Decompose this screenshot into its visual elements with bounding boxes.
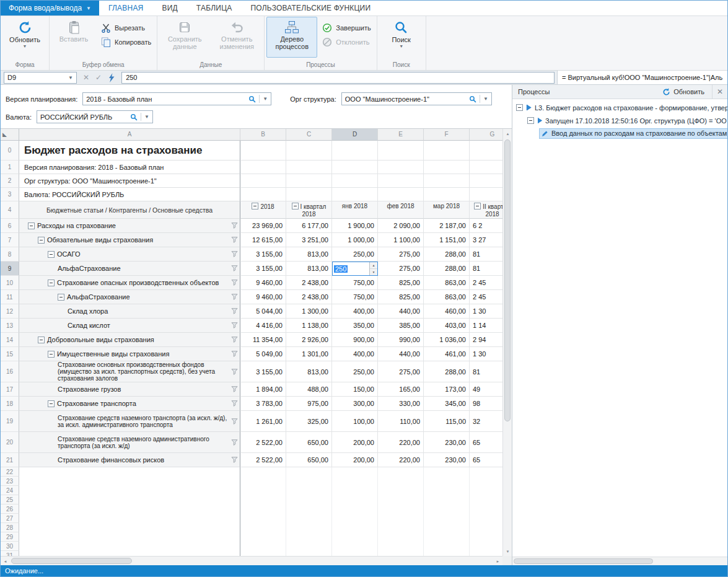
chevron-down-icon[interactable]: ▼	[144, 114, 149, 120]
grid-cell[interactable]	[332, 486, 378, 495]
grid-cell[interactable]	[470, 477, 502, 486]
collapse-toggle[interactable]	[527, 117, 534, 124]
grid-cell[interactable]	[470, 486, 502, 495]
row-number[interactable]: 10	[1, 276, 19, 290]
grid-cell[interactable]: 3 27	[470, 233, 502, 247]
grid-cell[interactable]: 4 416,00	[240, 319, 286, 333]
row-number[interactable]: 20	[1, 432, 19, 453]
grid-cell[interactable]: 9 460,00	[240, 276, 286, 290]
scroll-right-icon[interactable]: ►	[493, 557, 502, 565]
process-tree-item-selected[interactable]: Ввод данных по расходам на страхование п…	[512, 127, 727, 140]
grid-cell[interactable]: 3 155,00	[240, 262, 286, 276]
grid-cell[interactable]: 400,00	[332, 304, 378, 319]
grid-cell[interactable]	[286, 467, 332, 477]
grid-cell[interactable]: 325,00	[286, 411, 332, 432]
grid-cell[interactable]	[378, 532, 424, 542]
row-number[interactable]: 7	[1, 233, 19, 247]
grid-cell[interactable]: 65	[470, 432, 502, 453]
grid-cell[interactable]	[470, 141, 502, 161]
grid-cell[interactable]	[332, 467, 378, 477]
grid-cell[interactable]	[19, 467, 240, 477]
row-number[interactable]: 2	[1, 174, 19, 188]
grid-cell[interactable]: 2 94	[470, 333, 502, 347]
spin-down-icon[interactable]: ▼	[370, 269, 377, 275]
grid-cell[interactable]	[240, 504, 286, 514]
grid-cell[interactable]: 110,00	[378, 411, 424, 432]
grid-cell[interactable]	[286, 477, 332, 486]
grid-cell[interactable]	[240, 467, 286, 477]
row-number[interactable]: 15	[1, 347, 19, 361]
grid-cell[interactable]: 440,00	[378, 304, 424, 319]
grid-cell[interactable]: 403,00	[424, 319, 470, 333]
grid-cell[interactable]: 49	[470, 382, 502, 397]
grid-cell[interactable]	[240, 495, 286, 504]
processes-refresh-button[interactable]: Обновить	[655, 88, 712, 96]
spinner-control[interactable]: ▲▼	[369, 262, 377, 275]
grid-cell[interactable]: 32	[470, 411, 502, 432]
grid-cell[interactable]	[470, 495, 502, 504]
grid-cell[interactable]: 98	[470, 397, 502, 411]
grid-cell[interactable]: 2 522,00	[240, 432, 286, 453]
grid-cell[interactable]: 330,00	[378, 397, 424, 411]
grid-cell[interactable]: 11 354,00	[240, 333, 286, 347]
row-number[interactable]: 3	[1, 188, 19, 201]
grid-cell[interactable]	[424, 551, 470, 556]
grid-cell[interactable]	[19, 486, 240, 495]
grid-cell[interactable]: 1 30	[470, 347, 502, 361]
grid-cell[interactable]	[332, 188, 378, 201]
grid-cell[interactable]	[424, 514, 470, 523]
grid-cell[interactable]	[286, 174, 332, 188]
grid-cell[interactable]: 825,00	[378, 276, 424, 290]
lightning-icon[interactable]	[108, 73, 115, 82]
row-number[interactable]: 6	[1, 219, 19, 233]
grid-cell[interactable]: Имущественные виды страхования	[19, 347, 240, 361]
grid-cell[interactable]	[378, 141, 424, 161]
grid-cell[interactable]	[470, 523, 502, 532]
chevron-down-icon[interactable]: ▼	[68, 75, 73, 81]
grid-cell[interactable]	[240, 174, 286, 188]
filter-funnel-icon[interactable]	[231, 369, 238, 375]
grid-cell[interactable]	[378, 174, 424, 188]
grid-cell[interactable]	[424, 486, 470, 495]
grid-cell[interactable]: 1 036,00	[424, 333, 470, 347]
active-edit-cell[interactable]: 250▲▼	[332, 262, 378, 276]
collapse-toggle[interactable]	[58, 294, 64, 301]
grid-cell[interactable]: 863,00	[424, 276, 470, 290]
grid-cell[interactable]: 250,00	[332, 361, 378, 382]
grid-cell[interactable]	[286, 188, 332, 201]
column-header-F[interactable]: F	[424, 129, 470, 141]
grid-cell[interactable]: 275,00	[378, 247, 424, 262]
grid-cell[interactable]	[378, 542, 424, 551]
reject-button[interactable]: Отклонить	[318, 37, 374, 48]
column-header-D[interactable]: D	[332, 129, 378, 141]
row-number[interactable]: 19	[1, 411, 19, 432]
grid-cell[interactable]: 350,00	[332, 319, 378, 333]
grid-cell[interactable]: Добровольные виды страхования	[19, 333, 240, 347]
processes-close-button[interactable]: ✕	[712, 85, 727, 99]
filter-funnel-icon[interactable]	[231, 337, 238, 343]
grid-cell[interactable]: 3 783,00	[240, 397, 286, 411]
grid-cell[interactable]	[378, 486, 424, 495]
grid-cell[interactable]: 650,00	[286, 453, 332, 467]
chevron-down-icon[interactable]: ▼	[263, 96, 268, 102]
grid-cell[interactable]	[19, 551, 240, 556]
grid-cell[interactable]: Бюджет расходов на страхование	[19, 141, 240, 161]
grid-cell[interactable]: 2 926,00	[286, 333, 332, 347]
grid-cell[interactable]: II квартал 2018	[470, 201, 502, 219]
processes-horizontal-scrollbar[interactable]	[512, 557, 727, 565]
grid-cell[interactable]	[240, 486, 286, 495]
collapse-toggle[interactable]	[48, 400, 55, 407]
row-number[interactable]: 14	[1, 333, 19, 347]
refresh-button[interactable]: Обновить ▼	[2, 17, 47, 58]
grid-cell[interactable]	[19, 504, 240, 514]
grid-cell[interactable]: Обязательные виды страхования	[19, 233, 240, 247]
chevron-down-icon[interactable]: ▼	[483, 96, 488, 102]
grid-cell[interactable]: 288,00	[424, 262, 470, 276]
grid-cell[interactable]: 1 894,00	[240, 382, 286, 397]
vertical-scroll-thumb[interactable]	[504, 139, 511, 421]
grid-cell[interactable]	[470, 532, 502, 542]
column-header-E[interactable]: E	[378, 129, 424, 141]
grid-cell[interactable]	[240, 141, 286, 161]
grid-cell[interactable]: 1 300,00	[286, 304, 332, 319]
tab-user-functions[interactable]: ПОЛЬЗОВАТЕЛЬСКИЕ ФУНКЦИИ	[241, 1, 380, 15]
